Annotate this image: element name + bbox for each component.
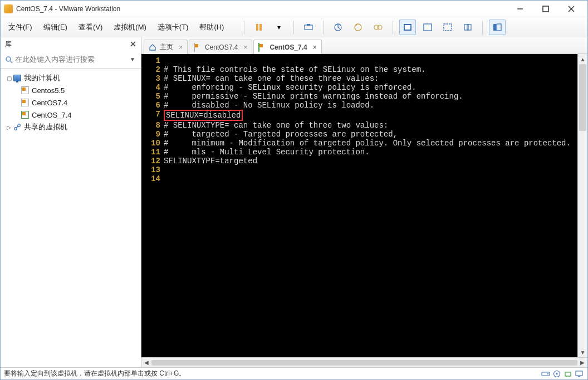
fullscreen-button[interactable] [399, 20, 416, 35]
expand-icon[interactable]: ▷ [5, 124, 13, 130]
terminal-line: 7SELINUX=disabled [141, 110, 577, 121]
svg-rect-5 [259, 24, 262, 31]
line-number: 6 [141, 101, 164, 110]
line-text: SELINUX=disabled [164, 110, 243, 121]
terminal-line: 4# enforcing - SELinux security policy i… [141, 83, 577, 92]
cd-icon[interactable] [552, 369, 562, 378]
minimize-button[interactable] [507, 1, 533, 17]
pause-button[interactable] [251, 20, 267, 35]
menu-tabs[interactable]: 选项卡(T) [153, 20, 193, 35]
menu-help[interactable]: 帮助(H) [195, 20, 228, 35]
tree-vm-centos74[interactable]: CentOS7.4 [3, 96, 139, 109]
svg-rect-15 [444, 24, 452, 31]
collapse-icon[interactable]: ▢ [5, 75, 13, 81]
tab-centos-74-active[interactable]: CentOS_7.4 × [253, 40, 321, 54]
window-controls [507, 1, 584, 17]
tree-label: 共享的虚拟机 [24, 122, 67, 132]
titlebar: CentOS_7.4 - VMware Workstation [1, 1, 587, 17]
nic-icon[interactable] [563, 369, 573, 378]
svg-line-24 [17, 126, 18, 128]
sidebar-search[interactable]: ▼ [1, 51, 141, 69]
terminal-line: 9# targeted - Targeted processes are pro… [141, 130, 577, 139]
close-button[interactable] [558, 1, 584, 17]
home-icon [149, 43, 156, 51]
tab-close-icon[interactable]: × [243, 43, 247, 51]
line-text: # This file controls the state of SELinu… [164, 65, 425, 74]
svg-point-9 [355, 24, 361, 31]
hdd-icon[interactable] [541, 369, 551, 378]
tree-my-computer[interactable]: ▢ 我的计算机 [3, 72, 139, 84]
library-toggle-button[interactable] [489, 20, 506, 35]
terminal-line: 13 [141, 165, 577, 174]
menu-vm[interactable]: 虚拟机(M) [109, 20, 151, 35]
sidebar-title: 库 [5, 40, 12, 49]
line-text: # targeted - Targeted processes are prot… [164, 130, 398, 139]
display-icon[interactable] [574, 369, 584, 378]
maximize-button[interactable] [533, 1, 558, 17]
stretch-button[interactable] [459, 20, 476, 35]
app-icon [4, 4, 13, 13]
terminal-line: 11# mls - Multi Level Security protectio… [141, 148, 577, 157]
status-device-icons [541, 369, 584, 378]
line-number: 11 [141, 148, 164, 157]
scroll-thumb[interactable] [151, 360, 577, 366]
statusbar-hint: 要将输入定向到该虚拟机，请在虚拟机内部单击或按 Ctrl+G。 [4, 369, 185, 378]
menu-view[interactable]: 查看(V) [74, 20, 107, 35]
scroll-right-icon[interactable]: ▶ [577, 359, 587, 366]
sidebar-close-button[interactable]: ✕ [130, 40, 136, 48]
tree-shared-vms[interactable]: ▷ 共享的虚拟机 [3, 121, 139, 133]
search-input[interactable] [14, 53, 130, 66]
terminal-view[interactable]: 12# This file controls the state of SELi… [141, 54, 577, 357]
line-number: 1 [141, 56, 164, 65]
terminal-line: 6# disabled - No SELinux policy is loade… [141, 101, 577, 110]
tab-home[interactable]: 主页 × [144, 40, 188, 54]
tab-close-icon[interactable]: × [313, 43, 317, 51]
vm-icon [21, 99, 29, 106]
tab-label: 主页 [160, 42, 173, 52]
menu-file[interactable]: 文件(F) [4, 20, 37, 35]
line-text: # permissive - SELinux prints warnings i… [164, 92, 463, 101]
computer-icon [13, 75, 21, 81]
power-menu-button[interactable]: ▾ [271, 20, 287, 35]
terminal-line: 5# permissive - SELinux prints warnings … [141, 92, 577, 101]
svg-rect-14 [424, 24, 432, 31]
vm-running-icon [21, 111, 29, 119]
tree-vm-centos55[interactable]: Centos5.5 [3, 84, 139, 96]
line-text: # mls - Multi Level Security protection. [164, 148, 370, 157]
svg-rect-32 [576, 371, 582, 376]
manage-snapshots-button[interactable] [370, 20, 386, 35]
line-text: # minimum - Modification of targeted pol… [164, 139, 571, 148]
send-cad-button[interactable] [300, 20, 317, 35]
vertical-scrollbar[interactable]: ▲ ▼ [577, 54, 587, 357]
menu-edit[interactable]: 编辑(E) [39, 20, 72, 35]
sidebar: 库 ✕ ▼ ▢ 我的计算机 Centos5.5 [1, 37, 141, 367]
scroll-thumb[interactable] [579, 64, 586, 131]
main-area: 主页 × CentOS7.4 × CentOS_7.4 × 12# This f… [141, 37, 587, 367]
svg-rect-29 [565, 372, 571, 376]
terminal-line: 8# SELINUXTYPE= can take one of three tw… [141, 121, 577, 130]
snapshot-button[interactable] [330, 20, 346, 35]
horizontal-scrollbar[interactable]: ◀ ▶ [141, 357, 587, 367]
tree-label: Centos5.5 [32, 86, 65, 95]
svg-rect-17 [467, 25, 471, 30]
revert-snapshot-button[interactable] [350, 20, 366, 35]
svg-rect-18 [493, 24, 496, 31]
console-view-button[interactable] [439, 20, 456, 35]
line-text: # SELINUX= can take one of these three v… [164, 74, 379, 83]
tab-centos74[interactable]: CentOS7.4 × [189, 40, 252, 54]
scroll-up-icon[interactable]: ▲ [578, 54, 587, 64]
scroll-down-icon[interactable]: ▼ [578, 347, 587, 357]
tab-label: CentOS_7.4 [270, 43, 307, 51]
scroll-left-icon[interactable]: ◀ [141, 359, 151, 366]
line-number: 12 [141, 157, 164, 165]
search-dropdown-icon[interactable]: ▼ [130, 56, 138, 62]
tree-vm-centos-74[interactable]: CentOS_7.4 [3, 109, 139, 121]
tree-label: CentOS7.4 [32, 99, 67, 107]
line-number: 7 [141, 110, 164, 121]
unity-button[interactable] [419, 20, 436, 35]
line-text: # enforcing - SELinux security policy is… [164, 83, 416, 92]
tab-close-icon[interactable]: × [179, 43, 183, 51]
svg-line-21 [10, 61, 12, 63]
tree-label: CentOS_7.4 [32, 111, 72, 119]
svg-point-11 [378, 25, 382, 30]
